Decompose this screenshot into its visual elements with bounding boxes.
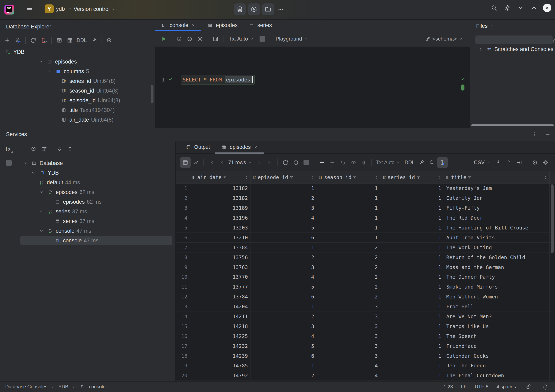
caret-position[interactable]: 1:23 [444, 384, 453, 390]
data-cell[interactable]: 1 [380, 302, 444, 312]
data-cell[interactable]: 1 [380, 243, 444, 252]
tree-item-episodes[interactable]: episodes62 ms [0, 197, 175, 207]
data-cell[interactable]: From Hell [444, 302, 549, 312]
row-number-cell[interactable]: 8 [176, 253, 190, 262]
data-cell[interactable]: 1 [380, 233, 444, 242]
data-cell[interactable]: 2 [250, 193, 317, 203]
main-menu-icon[interactable] [25, 5, 34, 14]
schema-selector[interactable]: <schema> [424, 36, 463, 42]
data-cell[interactable]: 13784 [190, 292, 250, 302]
data-cell[interactable]: The Speech [444, 331, 549, 341]
stop-query-icon[interactable] [304, 160, 309, 165]
data-cell[interactable]: 2 [250, 312, 317, 321]
tree-item-series[interactable]: series37 ms [0, 216, 175, 226]
search-everywhere-icon[interactable] [490, 3, 498, 12]
data-cell[interactable]: 13777 [190, 282, 250, 292]
data-cell[interactable]: 14785 [190, 361, 250, 371]
jump-to-console-icon[interactable] [55, 36, 64, 45]
tree-item-YDB[interactable]: YDB [0, 47, 155, 57]
row-number-cell[interactable]: 19 [176, 361, 190, 371]
data-cell[interactable]: 1 [250, 361, 317, 371]
file-encoding[interactable]: UTF-8 [475, 384, 489, 390]
sort-arrows-icon[interactable] [310, 175, 315, 180]
column-header-series_id[interactable]: series_id [380, 171, 444, 183]
files-item-ydb[interactable]: ydb~/DataGripProjects/ydb [470, 35, 555, 44]
browse-tables-icon[interactable] [211, 35, 220, 43]
editor-tab-console[interactable]: console [155, 20, 201, 31]
pin-tab-icon[interactable] [417, 158, 426, 167]
tree-item-console[interactable]: console47 ms [0, 236, 175, 245]
data-cell[interactable]: 13182 [190, 183, 250, 193]
data-cell[interactable]: 4 [250, 213, 317, 223]
row-number-cell[interactable]: 18 [176, 351, 190, 361]
database-tool-button[interactable] [234, 3, 246, 15]
next-page-icon[interactable] [255, 158, 264, 167]
data-cell[interactable]: 4 [250, 272, 317, 282]
tree-item-episode_id[interactable]: episode_idUint64(8) [0, 95, 155, 105]
data-cell[interactable]: 2 [317, 243, 380, 252]
column-header-air_date[interactable]: air_date [190, 171, 250, 183]
open-table-icon[interactable] [65, 36, 74, 45]
filter-funnel-icon[interactable] [416, 175, 421, 180]
scrollbar-thumb[interactable] [151, 85, 153, 103]
jump-to-ddl-icon[interactable] [89, 36, 98, 45]
version-control-widget[interactable]: Version control [74, 6, 116, 12]
data-cell[interactable]: 2 [250, 253, 317, 262]
row-number-cell[interactable]: 6 [176, 233, 190, 242]
data-cell[interactable]: 5 [250, 282, 317, 292]
data-cell[interactable]: 1 [380, 253, 444, 262]
data-cell[interactable]: 1 [380, 213, 444, 223]
data-cell[interactable]: 6 [250, 233, 317, 242]
data-cell[interactable]: 1 [250, 302, 317, 312]
close-window-button[interactable] [543, 4, 551, 12]
tree-item-console[interactable]: console47 ms [0, 226, 175, 236]
data-cell[interactable]: 1 [380, 361, 444, 371]
tree-item-YDB[interactable]: YDB [0, 168, 175, 178]
row-number-cell[interactable]: 1 [176, 183, 190, 193]
add-row-icon[interactable] [317, 158, 326, 167]
grid-settings-icon[interactable] [541, 158, 550, 167]
data-cell[interactable]: 4 [250, 331, 317, 341]
tree-item-title[interactable]: titleText(4194304) [0, 105, 155, 115]
sort-arrows-icon[interactable] [543, 175, 548, 180]
data-cell[interactable]: 14232 [190, 341, 250, 351]
data-cell[interactable]: 1 [317, 223, 380, 233]
delete-row-icon[interactable] [328, 158, 337, 167]
chevron-up-icon[interactable] [530, 3, 539, 12]
stop-icon[interactable] [260, 36, 265, 42]
scrollbar-thumb[interactable] [551, 184, 554, 253]
breadcrumb-item[interactable]: console [89, 384, 106, 390]
export-format-selector[interactable]: CSV [474, 159, 491, 166]
panel-options-icon[interactable] [530, 130, 539, 139]
data-cell[interactable]: 13756 [190, 253, 250, 262]
tree-item-default[interactable]: default44 ms [0, 178, 175, 187]
data-cell[interactable]: 14218 [190, 321, 250, 331]
row-number-cell[interactable]: 20 [176, 371, 190, 380]
data-cell[interactable]: 6 [250, 351, 317, 361]
add-datasource-icon[interactable] [3, 36, 12, 45]
submit-icon[interactable] [359, 158, 368, 167]
data-cell[interactable]: 14211 [190, 312, 250, 321]
find-in-grid-icon[interactable] [428, 158, 436, 167]
data-view-options-icon[interactable] [530, 158, 539, 167]
data-cell[interactable]: 1 [380, 351, 444, 361]
row-number-cell[interactable]: 3 [176, 203, 190, 213]
data-cell[interactable]: 1 [380, 341, 444, 351]
data-cell[interactable]: 1 [380, 203, 444, 213]
row-number-cell[interactable]: 2 [176, 193, 190, 203]
playground-selector[interactable]: Playground [276, 36, 308, 42]
data-cell[interactable]: 1 [380, 223, 444, 233]
grid-tx-selector[interactable]: Tx: Auto [376, 160, 401, 165]
data-cell[interactable]: 3 [317, 312, 380, 321]
tx-mode-selector[interactable]: Tx: Auto [229, 36, 254, 42]
tree-item-episodes[interactable]: episodes [0, 57, 155, 66]
breadcrumb-item[interactable]: YDB [58, 384, 68, 390]
column-header-season_id[interactable]: season_id [317, 171, 380, 183]
settings-gear-icon[interactable] [503, 3, 512, 12]
data-cell[interactable]: The Final Countdown [444, 371, 549, 380]
tree-item-series[interactable]: series37 ms [0, 207, 175, 216]
data-cell[interactable]: 13763 [190, 262, 250, 272]
data-cell[interactable]: The Haunting of Bill Crouse [444, 223, 549, 233]
data-cell[interactable]: The Dinner Party [444, 272, 549, 282]
sort-arrows-icon[interactable] [437, 175, 442, 180]
